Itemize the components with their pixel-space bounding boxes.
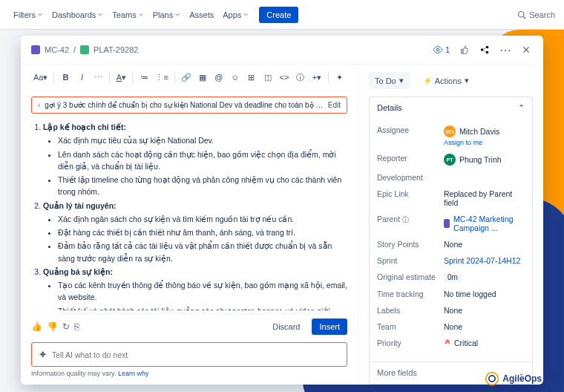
insert-button[interactable]: Insert: [312, 318, 347, 335]
brand-logo-icon: [485, 371, 499, 386]
epic-badge-icon: [444, 219, 450, 228]
eye-icon: [433, 45, 443, 55]
story-badge-icon: [80, 45, 89, 54]
image-button[interactable]: ▦: [195, 69, 210, 85]
svg-point-6: [489, 376, 495, 382]
ai-edit-button[interactable]: Edit: [328, 101, 341, 109]
editor-column: Aa▾ B I ⋯ A▾ ≔ ⋮≡ 🔗 ▦ @ ☺ ⊞ ◫ <> ⓘ +▾: [21, 65, 358, 385]
like-icon[interactable]: [457, 43, 470, 56]
issue-modal: MC-42 / PLAT-29282 1 ⋯ Aa▾ B I ⋯ A▾: [21, 36, 543, 385]
italic-button[interactable]: I: [74, 69, 89, 85]
breadcrumb-parent[interactable]: MC-42: [45, 45, 69, 54]
avatar: MD: [444, 125, 456, 137]
add-button[interactable]: +▾: [309, 69, 324, 85]
brand-watermark: AgileOps: [485, 371, 542, 386]
retry-icon[interactable]: ↻: [62, 321, 70, 332]
team-field[interactable]: None: [444, 322, 525, 331]
ai-input[interactable]: [52, 350, 341, 359]
ai-action-row: 👍 👎 ↻ ⎘ Discard Insert: [31, 313, 347, 339]
heading-picker[interactable]: Aa▾: [31, 69, 50, 85]
breadcrumb-issue[interactable]: PLAT-29282: [94, 45, 138, 54]
thumbs-down-icon[interactable]: 👎: [47, 321, 58, 332]
learn-why-link[interactable]: Learn why: [118, 370, 149, 377]
priority-critical-icon: [444, 339, 451, 347]
sprint-field[interactable]: Sprint 2024-07-14H12: [444, 256, 525, 265]
assign-to-me-link[interactable]: Assign to me: [444, 139, 499, 146]
labels-field[interactable]: None: [444, 306, 525, 315]
text-color-button[interactable]: A▾: [114, 69, 128, 85]
svg-point-1: [436, 48, 439, 51]
bold-button[interactable]: B: [58, 69, 73, 85]
number-list-button[interactable]: ⋮≡: [153, 69, 170, 85]
time-tracking-field[interactable]: No time logged: [444, 290, 525, 298]
modal-header: MC-42 / PLAT-29282 1 ⋯: [21, 36, 543, 65]
nav-assets[interactable]: Assets: [185, 7, 218, 22]
nav-apps[interactable]: Apps: [218, 7, 253, 22]
assignee-field[interactable]: MDMitch Davis Assign to me: [444, 125, 525, 146]
info-button[interactable]: ⓘ: [293, 69, 308, 85]
reporter-field[interactable]: PTPhung Trinh: [444, 154, 525, 166]
actions-dropdown[interactable]: ⚡Actions▾: [417, 72, 475, 89]
nav-plans[interactable]: Plans: [148, 7, 186, 22]
details-header[interactable]: Details⌃: [370, 97, 532, 119]
more-icon[interactable]: ⋯: [499, 43, 512, 56]
chevron-up-icon: ⌃: [518, 103, 525, 113]
nav-filters[interactable]: Filters: [9, 7, 47, 22]
ai-icon[interactable]: ✦: [332, 69, 347, 85]
details-panel: Details⌃ Assignee MDMitch Davis Assign t…: [369, 97, 533, 385]
create-button[interactable]: Create: [259, 7, 298, 23]
ai-prompt-box: ‹ gợi ý 3 bước chính để chuẩn bị cho sự …: [31, 97, 347, 114]
share-icon[interactable]: [478, 43, 491, 56]
table-button[interactable]: ⊞: [244, 69, 259, 85]
editor-content[interactable]: Lập kế hoạch chi tiết: Xác định mục tiêu…: [31, 120, 347, 310]
watch-button[interactable]: 1: [433, 45, 450, 55]
ai-prompt-text: gợi ý 3 bước chính để chuẩn bị cho sự ki…: [45, 101, 323, 109]
emoji-button[interactable]: ☺: [228, 69, 243, 85]
svg-point-2: [481, 48, 484, 51]
priority-field[interactable]: Critical: [444, 339, 525, 347]
close-icon[interactable]: [519, 43, 533, 56]
svg-point-5: [486, 373, 499, 385]
thumbs-up-icon[interactable]: 👍: [31, 321, 42, 332]
epic-link-field: Replaced by Parent field: [444, 189, 525, 207]
editor-toolbar: Aa▾ B I ⋯ A▾ ≔ ⋮≡ 🔗 ▦ @ ☺ ⊞ ◫ <> ⓘ +▾: [31, 65, 347, 91]
nav-teams[interactable]: Teams: [108, 7, 148, 22]
epic-badge-icon: [31, 45, 40, 54]
status-dropdown[interactable]: To Do▾: [369, 72, 410, 89]
search-icon: [517, 10, 526, 19]
parent-field[interactable]: MC-42 Marketing Campaign ...: [444, 215, 525, 232]
bullet-list-button[interactable]: ≔: [137, 69, 151, 85]
story-points-field[interactable]: None: [444, 240, 525, 249]
copy-icon[interactable]: ⎘: [74, 321, 79, 332]
layout-button[interactable]: ◫: [260, 69, 275, 85]
avatar: PT: [444, 154, 456, 166]
info-text: Information quality may vary. Learn why: [31, 370, 347, 377]
code-button[interactable]: <>: [277, 69, 292, 85]
ai-input-box[interactable]: ✦: [31, 342, 347, 367]
discard-button[interactable]: Discard: [266, 318, 306, 335]
top-nav: Filters Dashboards Teams Plans Assets Ap…: [0, 0, 564, 30]
link-button[interactable]: 🔗: [179, 69, 194, 85]
svg-point-3: [486, 46, 489, 49]
nav-dashboards[interactable]: Dashboards: [47, 7, 108, 22]
mention-button[interactable]: @: [212, 69, 226, 85]
chevron-left-icon[interactable]: ‹: [38, 101, 40, 109]
info-icon[interactable]: ⓘ: [402, 216, 409, 223]
sparkle-icon: ✦: [38, 347, 47, 362]
more-format-button[interactable]: ⋯: [91, 69, 105, 85]
search-box[interactable]: Search: [517, 10, 555, 19]
estimate-field[interactable]: 0m: [444, 272, 525, 282]
svg-point-0: [519, 11, 525, 17]
svg-point-4: [486, 51, 489, 54]
details-column: To Do▾ ⚡Actions▾ Details⌃ Assignee MDMit…: [358, 65, 543, 385]
